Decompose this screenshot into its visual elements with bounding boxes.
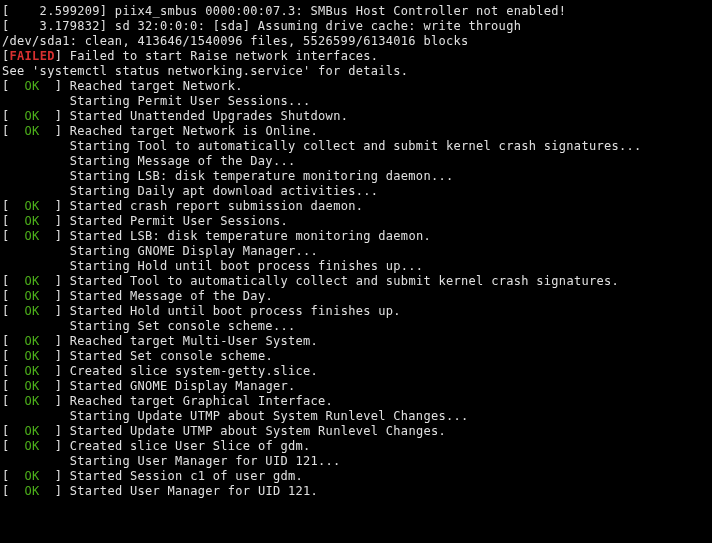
terminal-line: [ OK ] Created slice User Slice of gdm. bbox=[2, 439, 710, 454]
terminal-line: Starting Hold until boot process finishe… bbox=[2, 259, 710, 274]
terminal-line: See 'systemctl status networking.service… bbox=[2, 64, 710, 79]
terminal-line: [ OK ] Started GNOME Display Manager. bbox=[2, 379, 710, 394]
terminal-line: [ OK ] Started Hold until boot process f… bbox=[2, 304, 710, 319]
terminal-line: Starting Tool to automatically collect a… bbox=[2, 139, 710, 154]
terminal-line: [ OK ] Started Tool to automatically col… bbox=[2, 274, 710, 289]
terminal-line: [ OK ] Started Set console scheme. bbox=[2, 349, 710, 364]
terminal-line: [ OK ] Started Message of the Day. bbox=[2, 289, 710, 304]
terminal-line: [ OK ] Reached target Graphical Interfac… bbox=[2, 394, 710, 409]
terminal-line: [ OK ] Reached target Network is Online. bbox=[2, 124, 710, 139]
terminal-line: Starting Update UTMP about System Runlev… bbox=[2, 409, 710, 424]
terminal-line: [ OK ] Started Permit User Sessions. bbox=[2, 214, 710, 229]
terminal-line: [ 3.179832] sd 32:0:0:0: [sda] Assuming … bbox=[2, 19, 710, 34]
terminal-line: [ OK ] Started crash report submission d… bbox=[2, 199, 710, 214]
terminal-line: Starting Permit User Sessions... bbox=[2, 94, 710, 109]
terminal-line: [ OK ] Started Update UTMP about System … bbox=[2, 424, 710, 439]
terminal-line: [ OK ] Reached target Multi-User System. bbox=[2, 334, 710, 349]
terminal-line: [ OK ] Started User Manager for UID 121. bbox=[2, 484, 710, 499]
terminal-line: [ OK ] Reached target Network. bbox=[2, 79, 710, 94]
terminal-line: Starting LSB: disk temperature monitorin… bbox=[2, 169, 710, 184]
terminal-line: [ OK ] Started Unattended Upgrades Shutd… bbox=[2, 109, 710, 124]
terminal-line: [ OK ] Created slice system-getty.slice. bbox=[2, 364, 710, 379]
terminal-line: Starting User Manager for UID 121... bbox=[2, 454, 710, 469]
terminal-line: /dev/sda1: clean, 413646/1540096 files, … bbox=[2, 34, 710, 49]
terminal-line: [ 2.599209] piix4_smbus 0000:00:07.3: SM… bbox=[2, 4, 710, 19]
terminal-line: [FAILED] Failed to start Raise network i… bbox=[2, 49, 710, 64]
terminal-line: [ OK ] Started Session c1 of user gdm. bbox=[2, 469, 710, 484]
terminal-line: Starting Daily apt download activities..… bbox=[2, 184, 710, 199]
terminal-line: Starting Set console scheme... bbox=[2, 319, 710, 334]
terminal-line: Starting Message of the Day... bbox=[2, 154, 710, 169]
terminal-line: [ OK ] Started LSB: disk temperature mon… bbox=[2, 229, 710, 244]
terminal-line: Starting GNOME Display Manager... bbox=[2, 244, 710, 259]
boot-terminal-output: [ 2.599209] piix4_smbus 0000:00:07.3: SM… bbox=[0, 0, 712, 503]
